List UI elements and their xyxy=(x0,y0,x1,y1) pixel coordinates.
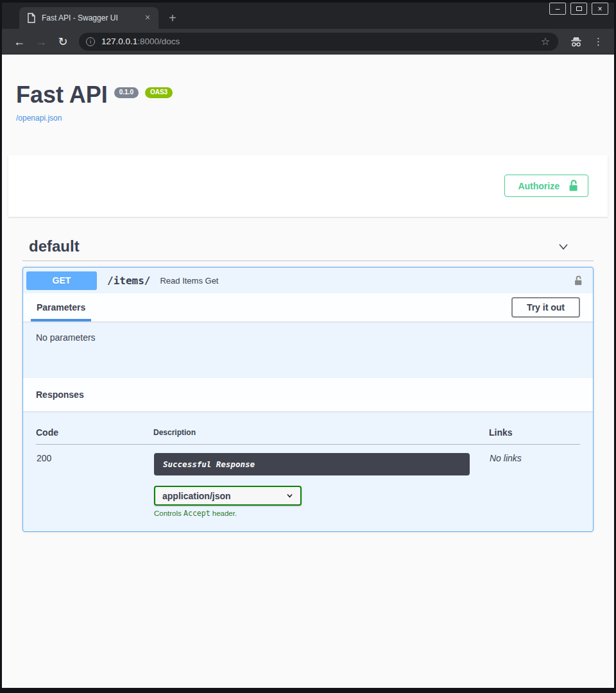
forward-icon: → xyxy=(33,33,49,50)
incognito-icon xyxy=(570,36,583,47)
lock-icon[interactable] xyxy=(573,275,584,287)
http-method-badge: GET xyxy=(26,271,97,290)
browser-toolbar: ← → ↻ i 127.0.0.1:8000/docs ☆ ⋮ xyxy=(2,29,614,55)
operation-summary: Read Items Get xyxy=(160,276,218,286)
responses-header: Responses xyxy=(23,378,593,411)
unlocked-padlock-icon xyxy=(567,179,580,193)
operation-path: /items/ xyxy=(107,275,150,287)
authorize-button[interactable]: Authorize xyxy=(504,175,588,197)
back-icon[interactable]: ← xyxy=(11,33,28,50)
parameters-tab: Parameters xyxy=(31,293,91,321)
controls-note-prefix: Controls xyxy=(154,509,184,517)
media-type-value: application/json xyxy=(162,491,231,501)
authorize-label: Authorize xyxy=(518,181,560,191)
chevron-down-icon[interactable] xyxy=(556,239,570,253)
no-parameters-text: No parameters xyxy=(36,332,96,343)
parameters-body: No parameters xyxy=(23,321,593,378)
opblock-get-items: GET /items/ Read Items Get Parameters Tr… xyxy=(22,267,594,532)
responses-table: Code Description Links 200 Successful Re… xyxy=(36,422,580,518)
response-description-box: Successful Response xyxy=(154,453,470,475)
controls-note-suffix: header. xyxy=(210,509,237,517)
opblock-summary[interactable]: GET /items/ Read Items Get xyxy=(23,268,593,293)
response-code: 200 xyxy=(36,445,153,519)
select-chevron-down-icon xyxy=(286,492,294,500)
url-text: 127.0.0.1:8000/docs xyxy=(101,37,536,46)
controls-note-code: Accept xyxy=(184,509,210,518)
close-button[interactable]: × xyxy=(592,3,608,15)
tab-title: Fast API - Swagger UI xyxy=(42,13,142,22)
responses-body: Code Description Links 200 Successful Re… xyxy=(23,411,593,531)
address-bar[interactable]: i 127.0.0.1:8000/docs ☆ xyxy=(79,33,558,51)
url-host: 127.0.0.1 xyxy=(101,37,137,46)
url-path: :8000/docs xyxy=(137,37,180,46)
page-title: Fast API xyxy=(16,82,108,108)
tag-title: default xyxy=(29,237,80,255)
page-favicon-icon xyxy=(27,13,36,23)
controls-accept-note: Controls Accept header. xyxy=(154,509,488,518)
response-row: 200 Successful Response application/json… xyxy=(36,445,580,519)
refresh-icon[interactable]: ↻ xyxy=(55,33,71,50)
version-badge: 0.1.0 xyxy=(114,87,139,98)
maximize-button[interactable] xyxy=(570,3,587,15)
response-links: No links xyxy=(489,445,580,519)
tab-close-icon[interactable]: × xyxy=(142,12,153,24)
description-column-header: Description xyxy=(153,422,489,445)
browser-window: Fast API - Swagger UI × + – × ← → ↻ i 12… xyxy=(0,0,616,693)
parameters-header: Parameters Try it out xyxy=(23,293,593,321)
site-info-icon[interactable]: i xyxy=(86,37,95,46)
maximize-icon xyxy=(576,6,582,11)
oas3-badge: OAS3 xyxy=(145,87,173,98)
browser-titlebar: Fast API - Swagger UI × + – × xyxy=(2,3,614,29)
media-type-select[interactable]: application/json xyxy=(154,486,302,506)
responses-title: Responses xyxy=(36,389,84,400)
tag-section-header[interactable]: default xyxy=(22,231,594,261)
bookmark-star-icon[interactable]: ☆ xyxy=(541,35,550,47)
browser-tab[interactable]: Fast API - Swagger UI × xyxy=(19,7,158,29)
code-column-header: Code xyxy=(36,422,153,445)
scheme-container: Authorize xyxy=(8,155,608,217)
response-description-cell: Successful Response application/json Con… xyxy=(153,445,489,519)
new-tab-button[interactable]: + xyxy=(169,12,176,24)
menu-icon[interactable]: ⋮ xyxy=(594,36,603,47)
links-column-header: Links xyxy=(489,422,580,445)
swagger-page: Fast API 0.1.0 OAS3 /openapi.json Author… xyxy=(2,55,614,688)
openapi-spec-link[interactable]: /openapi.json xyxy=(16,114,62,123)
api-info: Fast API 0.1.0 OAS3 /openapi.json xyxy=(2,55,614,123)
try-it-out-button[interactable]: Try it out xyxy=(511,297,580,318)
window-controls: – × xyxy=(549,3,608,15)
minimize-button[interactable]: – xyxy=(549,3,566,15)
